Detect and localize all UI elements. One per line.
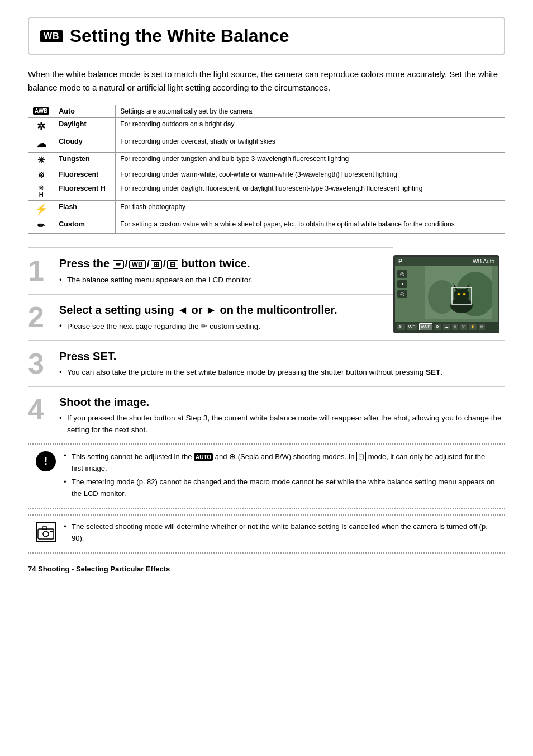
svg-rect-12 bbox=[42, 527, 47, 530]
table-row: ✲ Daylight For recording outdoors on a b… bbox=[28, 118, 505, 135]
table-cell-icon: ✏ bbox=[28, 218, 54, 234]
lcd-screen-container: P WB Auto ◎ ▪ ◎ bbox=[393, 247, 505, 340]
cat-svg bbox=[425, 266, 492, 319]
lcd-screen: P WB Auto ◎ ▪ ◎ bbox=[393, 255, 499, 333]
lcd-bottom-wb: WB bbox=[407, 324, 417, 330]
table-cell-icon: AWB bbox=[28, 105, 54, 118]
table-row: ※ Fluorescent For recording under warm-w… bbox=[28, 168, 505, 182]
page-footer: 74 Shooting - Selecting Particular Effec… bbox=[28, 565, 505, 573]
step-4: 4 Shoot the image. If you pressed the sh… bbox=[28, 386, 505, 436]
step-number-2: 2 bbox=[28, 303, 50, 332]
table-cell-desc: For recording under warm-white, cool-whi… bbox=[116, 168, 505, 182]
camera-note-icon bbox=[36, 522, 56, 542]
awb-badge: AWB bbox=[33, 107, 49, 115]
table-cell-icon: ☁ bbox=[28, 135, 54, 153]
wb-table: AWB Auto Settings are automatically set … bbox=[28, 105, 505, 234]
table-row: ☁ Cloudy For recording under overcast, s… bbox=[28, 135, 505, 153]
step-3-bullet: You can also take the picture in the set… bbox=[59, 367, 505, 378]
table-cell-icon: ※H bbox=[28, 182, 54, 201]
bracket-icon: ⊞ bbox=[151, 260, 162, 269]
lcd-icon-square: ▪ bbox=[397, 280, 407, 288]
svg-rect-13 bbox=[50, 531, 53, 532]
note-content-2: The selected shooting mode will determin… bbox=[64, 521, 497, 547]
step-number-4: 4 bbox=[28, 395, 50, 424]
lcd-bottom-flash: ⚡ bbox=[469, 324, 477, 330]
table-cell-icon: ✲ bbox=[28, 118, 54, 135]
step-1-bullet: The balance setting menu appears on the … bbox=[59, 275, 393, 286]
table-cell-name: Cloudy bbox=[54, 135, 116, 153]
note-box-info: The selected shooting mode will determin… bbox=[28, 514, 505, 554]
wb-badge: WB bbox=[40, 30, 63, 42]
table-cell-desc: For setting a custom value with a white … bbox=[116, 218, 505, 234]
note-bullet-camera: The selected shooting mode will determin… bbox=[64, 521, 497, 545]
step-1: 1 Press the ✏ / WB / ⊞ / ⊟ button twice. bbox=[28, 247, 393, 286]
svg-point-4 bbox=[454, 289, 469, 302]
table-cell-desc: For recording under daylight fluorescent… bbox=[116, 182, 505, 201]
table-row: ✏ Custom For setting a custom value with… bbox=[28, 218, 505, 234]
auto-badge: AUTO bbox=[194, 453, 213, 461]
table-cell-name: Custom bbox=[54, 218, 116, 234]
wb-icon: WB bbox=[129, 260, 146, 269]
lcd-mode: P bbox=[398, 258, 402, 264]
table-cell-desc: For flash photography bbox=[116, 201, 505, 218]
svg-point-7 bbox=[458, 293, 460, 295]
lcd-cat-image bbox=[425, 264, 492, 320]
table-cell-desc: Settings are automatically set by the ca… bbox=[116, 105, 505, 118]
sepia-icon: ⊕ bbox=[229, 452, 236, 461]
lcd-bottom-el-label: AL bbox=[397, 324, 405, 330]
custom-icon: ✏ bbox=[201, 322, 207, 330]
step-number-3: 3 bbox=[28, 349, 50, 378]
grid-icon: ⊟ bbox=[167, 260, 178, 269]
table-row: ✳ Tungsten For recording under tungsten … bbox=[28, 153, 505, 168]
step-1-heading: Press the ✏ / WB / ⊞ / ⊟ button twice. bbox=[59, 256, 393, 271]
step-4-bullet: If you pressed the shutter button at Ste… bbox=[59, 413, 505, 436]
step-4-content: Shoot the image. If you pressed the shut… bbox=[59, 395, 505, 436]
step-1-content: Press the ✏ / WB / ⊞ / ⊟ button twice. T… bbox=[59, 256, 393, 286]
wb-button-icons: ✏ / WB / ⊞ / ⊟ bbox=[113, 258, 178, 271]
step-2-content: Select a setting using ◄ or ► on the mul… bbox=[59, 303, 393, 332]
note-box-warning: ! This setting cannot be adjusted in the… bbox=[28, 443, 505, 509]
note-bullet-2: The metering mode (p. 82) cannot be chan… bbox=[64, 476, 497, 500]
table-cell-icon: ⚡ bbox=[28, 201, 54, 218]
lcd-bottom-awb: AWB bbox=[419, 323, 432, 330]
table-cell-name: Flash bbox=[54, 201, 116, 218]
lcd-bottom-cloud: ☁ bbox=[443, 324, 450, 330]
edit-icon: ✏ bbox=[113, 260, 124, 269]
table-cell-icon: ※ bbox=[28, 168, 54, 182]
page-title: Setting the White Balance bbox=[70, 26, 289, 46]
table-cell-desc: For recording outdoors on a bright day bbox=[116, 118, 505, 135]
intro-paragraph: When the white balance mode is set to ma… bbox=[28, 68, 505, 94]
svg-point-8 bbox=[463, 293, 466, 295]
steps-1-2-container: 1 Press the ✏ / WB / ⊞ / ⊟ button twice. bbox=[28, 247, 505, 340]
lcd-icon-circle2: ◎ bbox=[397, 290, 407, 298]
svg-point-11 bbox=[43, 531, 49, 537]
lcd-icon-circle: ◎ bbox=[397, 270, 407, 278]
table-cell-desc: For recording under overcast, shady or t… bbox=[116, 135, 505, 153]
lcd-bottom-tung: ✳ bbox=[452, 324, 458, 330]
note-content-1: This setting cannot be adjusted in the A… bbox=[64, 450, 497, 502]
lcd-bottom-bar: AL WB AWB ✲ ☁ ✳ ※ ⚡ ✏ bbox=[395, 322, 498, 332]
step-3-heading: Press SET. bbox=[59, 349, 505, 363]
table-cell-desc: For recording under tungsten and bulb-ty… bbox=[116, 153, 505, 168]
table-row: ⚡ Flash For flash photography bbox=[28, 201, 505, 218]
table-cell-icon: ✳ bbox=[28, 153, 54, 168]
step-2-heading: Select a setting using ◄ or ► on the mul… bbox=[59, 303, 393, 317]
table-cell-name: Fluorescent H bbox=[54, 182, 116, 201]
warning-icon: ! bbox=[36, 451, 56, 471]
table-cell-name: Tungsten bbox=[54, 153, 116, 168]
table-cell-name: Auto bbox=[54, 105, 116, 118]
table-row: ※H Fluorescent H For recording under day… bbox=[28, 182, 505, 201]
note-bullet-1: This setting cannot be adjusted in the A… bbox=[64, 450, 497, 475]
step-2: 2 Select a setting using ◄ or ► on the m… bbox=[28, 294, 393, 332]
step-2-bullet: Please see the next page regarding the ✏… bbox=[59, 320, 393, 332]
page-title-section: WB Setting the White Balance bbox=[28, 17, 505, 55]
lcd-left-icons: ◎ ▪ ◎ bbox=[397, 270, 407, 298]
step-3: 3 Press SET. You can also take the pictu… bbox=[28, 340, 505, 378]
step-4-heading: Shoot the image. bbox=[59, 395, 505, 409]
lcd-bottom-fluor: ※ bbox=[460, 324, 467, 330]
lcd-bottom-sun: ✲ bbox=[435, 324, 441, 330]
steps-1-2-left: 1 Press the ✏ / WB / ⊞ / ⊟ button twice. bbox=[28, 247, 393, 340]
svg-rect-10 bbox=[38, 529, 54, 539]
bracket-mode-icon: ⊡ bbox=[356, 452, 366, 461]
lcd-bottom-custom: ✏ bbox=[479, 324, 485, 330]
